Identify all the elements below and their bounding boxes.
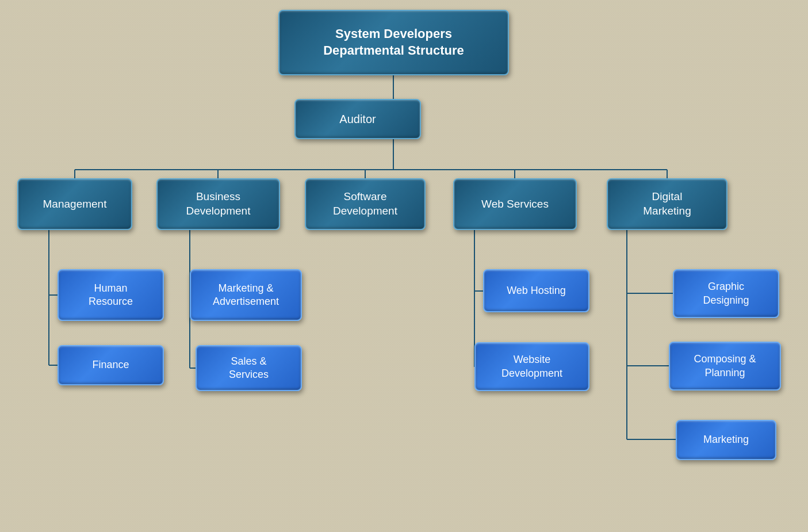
node-web-services: Web Services: [453, 178, 577, 230]
org-chart: System Developers Departmental Structure…: [0, 0, 808, 532]
node-website-development: Website Development: [474, 342, 589, 391]
node-marketing-advertisement: Marketing & Advertisement: [190, 269, 302, 321]
node-auditor: Auditor: [294, 99, 421, 139]
node-web-hosting: Web Hosting: [483, 269, 589, 312]
node-finance: Finance: [58, 345, 164, 385]
node-management: Management: [17, 178, 132, 230]
node-digital-marketing: Digital Marketing: [607, 178, 727, 230]
node-software-development: Software Development: [305, 178, 426, 230]
node-graphic-designing: Graphic Designing: [673, 269, 779, 318]
node-root: System Developers Departmental Structure: [278, 10, 509, 75]
node-sales-services: Sales & Services: [196, 345, 302, 391]
node-marketing: Marketing: [676, 420, 776, 460]
node-human-resource: Human Resource: [58, 269, 164, 321]
node-composing-planning: Composing & Planning: [669, 342, 781, 391]
node-business-development: Business Development: [156, 178, 280, 230]
